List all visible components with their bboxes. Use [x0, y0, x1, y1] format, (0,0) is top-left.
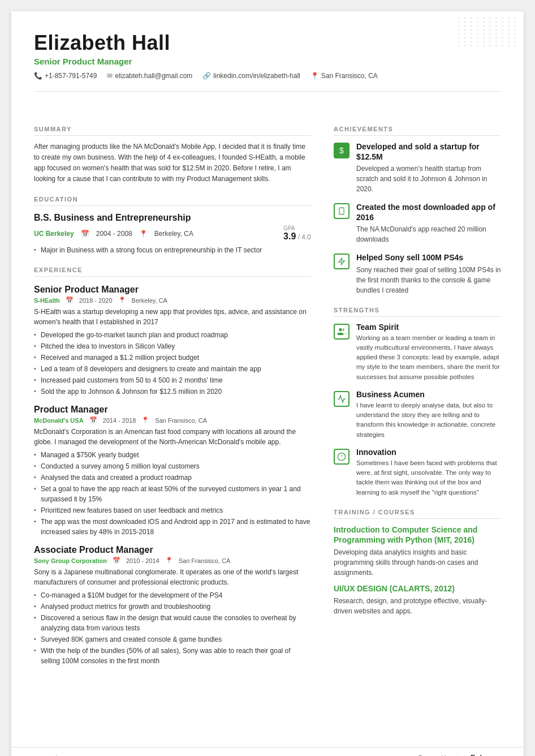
- job-3-cal-icon: 📅: [113, 557, 120, 564]
- training-1-title: Introduction to Computer Science and Pro…: [334, 525, 501, 545]
- achievement-1-content: Developed and sold a startup for $12.5M …: [356, 141, 501, 194]
- job-2-bullet-1: Conducted a survey among 5 million loyal…: [34, 461, 311, 471]
- job-3-bullet-4: With the help of the bundles (50% of all…: [34, 646, 311, 666]
- achievement-2-desc: The NA McDonald's app reached 20 million…: [356, 224, 501, 244]
- education-section-title: EDUCATION: [34, 196, 311, 206]
- summary-section-title: SUMMARY: [34, 126, 311, 136]
- edu-bullet-1: Major in Business with a strong focus on…: [34, 245, 311, 255]
- right-column: ACHIEVEMENTS $ Developed and sold a star…: [334, 114, 501, 730]
- enhancv-logo: Enhancv: [455, 753, 501, 756]
- job-2-bullets: Managed a $750K yearly budget Conducted …: [34, 450, 311, 537]
- training-1: Introduction to Computer Science and Pro…: [334, 525, 501, 578]
- job-3-bullet-0: Co-managed a $10M budget for the develop…: [34, 590, 311, 600]
- edu-meta: UC Berkeley 📅 2004 - 2008 📍 Berkeley, CA…: [34, 225, 311, 242]
- achievement-3-content: Helped Sony sell 100M PS4s Sony reached …: [356, 252, 501, 295]
- achievement-2-title: Created the most downloaded app of 2016: [356, 202, 501, 222]
- achievement-1-icon: $: [334, 143, 350, 158]
- achievement-3: Helped Sony sell 100M PS4s Sony reached …: [334, 252, 501, 295]
- strength-1-desc: Working as a team member or leading a te…: [356, 333, 501, 382]
- job-3-years: 2010 - 2014: [126, 557, 159, 564]
- location-icon: 📍: [310, 72, 319, 80]
- email-value: elizabteh.hall@gmail.com: [115, 72, 192, 80]
- strength-1-title: Team Spirit: [356, 323, 501, 332]
- email-contact: ✉ elizabteh.hall@gmail.com: [107, 72, 192, 80]
- svg-marker-2: [339, 259, 345, 265]
- contact-row: 📞 +1-857-791-5749 ✉ elizabteh.hall@gmail…: [34, 72, 501, 80]
- job-3-location: San Fransisco, CA: [179, 557, 231, 564]
- left-column: SUMMARY After managing products like the…: [34, 114, 311, 730]
- linkedin-icon: 🔗: [202, 72, 211, 80]
- achievement-2-icon: [334, 203, 350, 219]
- training-section-title: TRAINING / COURSES: [334, 509, 501, 519]
- job-2-bullet-2: Analysed the data and created a product …: [34, 472, 311, 483]
- linkedin-value: linkedin.com/in/elizabeth-hall: [213, 72, 300, 80]
- job-2-bullet-4: Prioritized new features based on user f…: [34, 505, 311, 516]
- job-2-bullet-5: The app was the most downloaded iOS and …: [34, 517, 311, 537]
- edu-years: 2004 - 2008: [96, 230, 132, 238]
- job-3-bullets: Co-managed a $10M budget for the develop…: [34, 590, 311, 666]
- gpa-max: / 4.0: [298, 233, 311, 241]
- strength-2-title: Business Acumen: [356, 390, 501, 399]
- powered-by-text: Powered by: [418, 754, 451, 757]
- training-1-desc: Developing data analytics insights and b…: [334, 547, 501, 578]
- job-1-location: Berkeley, CA: [132, 297, 167, 304]
- job-3-bullet-2: Discovered a serious flaw in the design …: [34, 613, 311, 633]
- job-1-cal-icon: 📅: [66, 297, 74, 304]
- resume-page: const dotsContainer = document.querySele…: [11, 11, 524, 756]
- strength-3-title: Innovation: [356, 448, 501, 457]
- achievements-section-title: ACHIEVEMENTS: [334, 126, 501, 136]
- strength-2: Business Acumen I have learnt to deeply …: [334, 390, 501, 440]
- resume-footer: www.enhancv.com Powered by Enhancv: [11, 747, 524, 756]
- job-2-title: Product Manager: [34, 405, 311, 415]
- job-3-pin-icon: 📍: [165, 557, 173, 564]
- footer-brand: Powered by Enhancv: [418, 753, 501, 756]
- training-2-desc: Research, design, and prototype effectiv…: [334, 596, 501, 616]
- edu-location: Berkeley, CA: [154, 230, 193, 238]
- training-2-title: UI/UX DESIGN (CALARTS, 2012): [334, 583, 501, 594]
- strength-1-icon: [334, 324, 350, 340]
- location-value: San Fransisco, CA: [321, 72, 378, 80]
- achievement-3-title: Helped Sony sell 100M PS4s: [356, 252, 501, 263]
- enhancv-brand-name: Enhancv: [471, 753, 501, 756]
- achievement-1-desc: Developed a women's health startup from …: [356, 164, 501, 194]
- edu-calendar-icon: 📅: [81, 230, 89, 238]
- job-1-bullets: Developed the go-to-market launch plan a…: [34, 330, 311, 397]
- strength-3-desc: Sometimes I have been faced with problem…: [356, 458, 501, 497]
- email-icon: ✉: [107, 72, 113, 80]
- edu-degree: B.S. Business and Entrepreneurship: [34, 213, 311, 223]
- summary-text: After managing products like the NA McDo…: [34, 141, 311, 185]
- job-1-desc: S-HEalth was a startup developing a new …: [34, 307, 311, 327]
- job-2-cal-icon: 📅: [89, 416, 97, 424]
- achievement-1: $ Developed and sold a startup for $12.5…: [334, 141, 501, 194]
- achievement-3-icon: [334, 254, 350, 269]
- linkedin-contact: 🔗 linkedin.com/in/elizabeth-hall: [202, 72, 300, 80]
- achievement-1-title: Developed and sold a startup for $12.5M: [356, 141, 501, 162]
- job-3-bullet-1: Analysed product metrics for growth and …: [34, 602, 311, 612]
- edu-bullets: Major in Business with a strong focus on…: [34, 245, 311, 255]
- gpa-label: GPA: [283, 225, 311, 231]
- job-1-bullet-4: Increased paid customers from 50 to 4 50…: [34, 375, 311, 385]
- strength-3: Innovation Sometimes I have been faced w…: [334, 448, 501, 497]
- phone-icon: 📞: [34, 72, 42, 80]
- resume-body: SUMMARY After managing products like the…: [11, 92, 524, 747]
- enhancv-logo-svg: [455, 754, 468, 757]
- job-2-bullet-3: Set a goal to have the app reach at leas…: [34, 484, 311, 504]
- phone-contact: 📞 +1-857-791-5749: [34, 72, 97, 80]
- strength-2-icon: [334, 391, 350, 407]
- strength-2-content: Business Acumen I have learnt to deeply …: [356, 390, 501, 440]
- achievement-3-desc: Sony reached their goal of selling 100M …: [356, 265, 501, 295]
- location-contact: 📍 San Fransisco, CA: [310, 72, 378, 80]
- job-1-title: Senior Product Manager: [34, 285, 311, 295]
- gpa-container: GPA 3.9 / 4.0: [283, 225, 311, 242]
- achievement-2: Created the most downloaded app of 2016 …: [334, 202, 501, 244]
- job-3-meta: Sony Group Corporation 📅 2010 - 2014 📍 S…: [34, 557, 311, 564]
- strengths-section-title: STRENGTHS: [334, 307, 501, 317]
- job-3-company: Sony Group Corporation: [34, 557, 107, 564]
- gpa-value: 3.9: [283, 231, 296, 241]
- job-1-company: S-HEalth: [34, 297, 60, 304]
- job-1-years: 2018 - 2020: [79, 297, 113, 304]
- svg-point-3: [339, 328, 342, 331]
- training-2: UI/UX DESIGN (CALARTS, 2012) Research, d…: [334, 583, 501, 616]
- experience-section-title: EXPERIENCE: [34, 267, 311, 277]
- achievement-2-content: Created the most downloaded app of 2016 …: [356, 202, 501, 244]
